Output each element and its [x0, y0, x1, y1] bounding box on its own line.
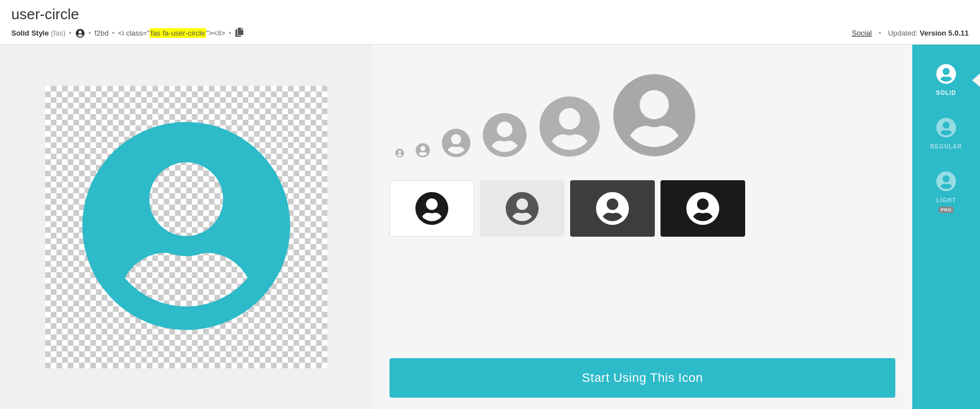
right-content: Start Using This Icon [373, 45, 912, 409]
dot-1: • [69, 29, 72, 37]
style-label: Solid Style [11, 29, 49, 37]
header: user-circle Solid Style (fas) • • f2bd •… [0, 0, 980, 45]
pro-badge: PRO [939, 207, 954, 213]
size-lg [482, 112, 527, 158]
page-title: user-circle [11, 6, 969, 23]
color-variants [390, 180, 895, 237]
copy-icon[interactable] [235, 28, 244, 38]
sidebar-item-regular[interactable]: REGULAR [912, 110, 980, 158]
size-2xl [612, 73, 697, 158]
version-text: Updated: Version 5.0.11 [888, 29, 969, 37]
meta-row: Solid Style (fas) • • f2bd • <i class="f… [11, 28, 969, 44]
checkerboard [45, 86, 327, 368]
sidebar-item-solid[interactable]: SOLID [912, 56, 980, 104]
color-variant-white [390, 180, 474, 237]
start-using-button[interactable]: Start Using This Icon [390, 358, 895, 398]
dot-3: • [112, 29, 115, 37]
solid-label: SOLID [936, 90, 956, 96]
cta-area: Start Using This Icon [390, 358, 895, 398]
regular-icon [936, 118, 956, 140]
color-variant-black [660, 180, 745, 237]
meta-right: Social • Updated: Version 5.0.11 [852, 29, 969, 37]
left-preview [0, 45, 373, 409]
style-sub: (fas) [49, 29, 65, 37]
light-label: LIGHT [937, 197, 956, 203]
dot-4: • [229, 29, 231, 37]
dot-5: • [878, 29, 881, 37]
hex-code: f2bd [94, 29, 108, 37]
regular-label: REGULAR [930, 143, 962, 150]
solid-icon [936, 64, 956, 86]
user-icon-small [75, 28, 85, 38]
size-md [441, 128, 471, 158]
sidebar-item-light[interactable]: LIGHT PRO [912, 163, 980, 221]
size-variants [390, 62, 895, 169]
main-icon-preview [79, 119, 294, 336]
color-variant-dark [570, 180, 655, 237]
color-variant-light [480, 180, 565, 237]
html-snippet: <i class="fas fa-user-circle"></i> [118, 29, 225, 37]
light-icon [936, 171, 956, 194]
size-xs [395, 149, 404, 158]
size-xl [539, 95, 601, 158]
main: Start Using This Icon SOLID REGULAR [0, 45, 980, 409]
sidebar: SOLID REGULAR LIGHT PRO [912, 45, 980, 409]
html-highlight: fas fa-user-circle [150, 28, 206, 38]
category-link[interactable]: Social [852, 29, 872, 37]
size-sm [415, 143, 430, 158]
dot-2: • [89, 29, 91, 37]
